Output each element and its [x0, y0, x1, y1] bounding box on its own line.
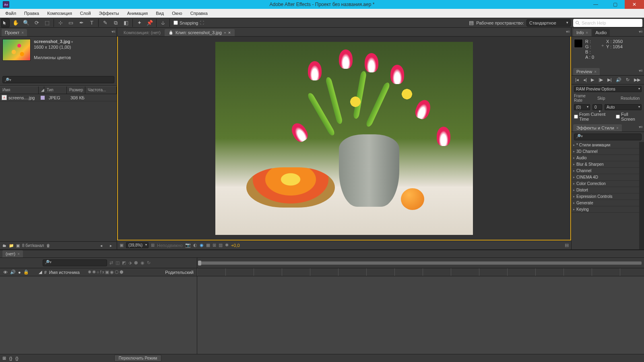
col-freq[interactable]: Частота... — [85, 86, 117, 94]
comp-tab-clip[interactable]: Клип: screenshot_3.jpg▾× — [165, 29, 235, 36]
mask-icon[interactable]: ▦ — [206, 243, 210, 248]
menu-edit[interactable]: Правка — [20, 10, 43, 17]
ram-preview-icon[interactable]: ▶▶ — [634, 77, 640, 82]
time-ruler[interactable] — [197, 268, 644, 276]
layer-area[interactable] — [0, 276, 197, 354]
exposure-reset-icon[interactable]: ✱ — [225, 243, 229, 248]
toggle-mode-button[interactable]: Переключить Режим — [114, 355, 162, 362]
mute-icon[interactable]: 🔊 — [616, 77, 621, 82]
label-icon[interactable]: ◢ — [39, 269, 42, 275]
close-icon[interactable]: × — [594, 70, 597, 74]
fx-category[interactable]: Expression Controls — [572, 193, 639, 200]
menu-help[interactable]: Справка — [186, 10, 212, 17]
pen-tool-icon[interactable]: ✒ — [77, 19, 86, 27]
prev-frame-icon[interactable]: ◂| — [583, 77, 587, 82]
guides-icon[interactable]: ▥ — [219, 243, 223, 248]
full-screen-toggle[interactable]: Full Screen — [616, 112, 642, 121]
comp-tab-none[interactable]: Композиция: (нет) — [120, 29, 165, 36]
project-search[interactable]: 🔎▾ — [2, 76, 114, 83]
time-navigator[interactable] — [197, 258, 644, 268]
new-folder-icon[interactable]: 📁 — [9, 243, 14, 248]
asset-name[interactable]: screenshot_3.jpg — [34, 39, 73, 44]
tl-tool-icon[interactable]: ◩ — [122, 260, 126, 265]
menu-view[interactable]: Вид — [152, 10, 168, 17]
scroll-left-icon[interactable]: ◂ — [97, 243, 105, 248]
camera-tool-icon[interactable]: ⬚ — [43, 19, 52, 27]
close-icon[interactable]: × — [228, 30, 231, 35]
selection-tool-icon[interactable] — [1, 19, 10, 27]
grid-icon[interactable]: ⊞ — [213, 243, 216, 248]
project-tab[interactable]: Проект× — [2, 29, 27, 36]
speaker-icon[interactable]: 🔊 — [10, 269, 16, 275]
stamp-tool-icon[interactable]: ⧉ — [111, 19, 120, 27]
tl-tool-icon[interactable]: ⬢ — [134, 260, 138, 265]
play-icon[interactable]: ▶ — [591, 77, 594, 82]
shape-tool-icon[interactable]: ▭ — [66, 19, 75, 27]
close-icon[interactable]: × — [616, 126, 619, 130]
puppet-tool-icon[interactable]: 📌 — [145, 19, 154, 27]
panel-menu-icon[interactable]: ▾≡ — [639, 29, 642, 34]
info-tab[interactable]: Info× — [573, 29, 591, 36]
loop-icon[interactable]: ↻ — [626, 77, 630, 82]
toggle-switches-icon[interactable]: ⊞ — [2, 356, 6, 361]
interpret-icon[interactable]: 🖿 — [2, 243, 6, 248]
fx-category[interactable]: Keying — [572, 206, 639, 213]
workspace-dropdown[interactable]: Стандартное — [526, 19, 571, 27]
ram-preview-dropdown[interactable]: RAM Preview Options — [574, 86, 642, 92]
zoom-tool-icon[interactable]: 🔍 — [22, 19, 31, 27]
tl-tool-icon[interactable]: ◫ — [116, 260, 120, 265]
next-frame-icon[interactable]: |▶ — [599, 77, 603, 82]
snapping-toggle[interactable]: Snapping ⛶ — [171, 21, 206, 25]
text-tool-icon[interactable]: T — [87, 19, 96, 27]
label-chip[interactable] — [41, 96, 45, 100]
close-icon[interactable]: × — [17, 252, 20, 256]
exposure-value[interactable]: +0,0 — [231, 243, 240, 248]
minimize-button[interactable]: — — [586, 0, 605, 9]
tl-tool-icon[interactable]: ↻ — [147, 260, 151, 265]
frame-rate-dropdown[interactable]: (0) — [574, 104, 590, 110]
channel-r-icon[interactable]: ◐ — [193, 243, 197, 248]
audio-tab[interactable]: Audio — [592, 29, 610, 36]
fx-category[interactable]: Color Correction — [572, 181, 639, 187]
bit-depth[interactable]: 8 бит/канал — [22, 243, 44, 248]
resolution-dropdown[interactable]: Auto — [605, 104, 642, 110]
menu-file[interactable]: Файл — [1, 10, 20, 17]
col-size[interactable]: Размер — [67, 86, 85, 94]
always-preview-icon[interactable]: ▣ — [120, 243, 124, 248]
fx-category[interactable]: CINEMA 4D — [572, 174, 639, 181]
skip-dropdown[interactable]: 0 — [592, 104, 602, 110]
tl-tool-icon[interactable]: ◉ — [140, 260, 144, 265]
fx-category[interactable]: Channel — [572, 168, 639, 174]
menu-comp[interactable]: Композиция — [43, 10, 76, 17]
fx-category[interactable]: 3D Channel — [572, 148, 639, 155]
track-area[interactable] — [197, 276, 644, 354]
menu-layer[interactable]: Слой — [76, 10, 95, 17]
help-search[interactable]: Search Help — [573, 19, 642, 27]
col-label-icon[interactable]: ◢ — [39, 86, 44, 94]
local-axis-icon[interactable]: ⫝ — [159, 19, 167, 27]
effects-search[interactable]: 🔎▾ — [574, 134, 642, 140]
menu-window[interactable]: Окно — [168, 10, 186, 17]
menu-anim[interactable]: Анимация — [123, 10, 152, 17]
channel-rgb-icon[interactable]: ◉ — [200, 243, 204, 248]
solo-icon[interactable]: ● — [18, 270, 21, 275]
fx-category[interactable]: Audio — [572, 155, 639, 161]
navigator-handle[interactable] — [198, 261, 201, 265]
pixel-aspect-icon[interactable]: ▤ — [565, 243, 569, 248]
lock-icon[interactable]: 🔒 — [23, 269, 29, 275]
close-button[interactable]: ✕ — [625, 0, 644, 9]
tl-tool-icon[interactable]: ⬗ — [128, 260, 132, 265]
brace-icon[interactable]: {} — [15, 356, 18, 361]
panel-menu-icon[interactable]: ▾≡ — [566, 29, 570, 34]
fx-category[interactable]: Distort — [572, 187, 639, 193]
chevron-down-icon[interactable]: ▾ — [224, 31, 226, 35]
close-icon[interactable]: × — [586, 31, 588, 35]
go-end-icon[interactable]: ▶| — [607, 77, 612, 82]
panel-menu-icon[interactable]: ▾≡ — [639, 125, 642, 129]
fx-category[interactable]: * Стили анимации — [572, 142, 639, 148]
tl-tool-icon[interactable]: ⇄ — [109, 260, 113, 265]
composition-viewer[interactable] — [117, 37, 571, 241]
project-row[interactable]: A screens....jpg JPEG 308 КБ — [0, 94, 117, 101]
scrollbar[interactable] — [639, 142, 644, 249]
panel-menu-icon[interactable]: ▾≡ — [639, 68, 642, 73]
